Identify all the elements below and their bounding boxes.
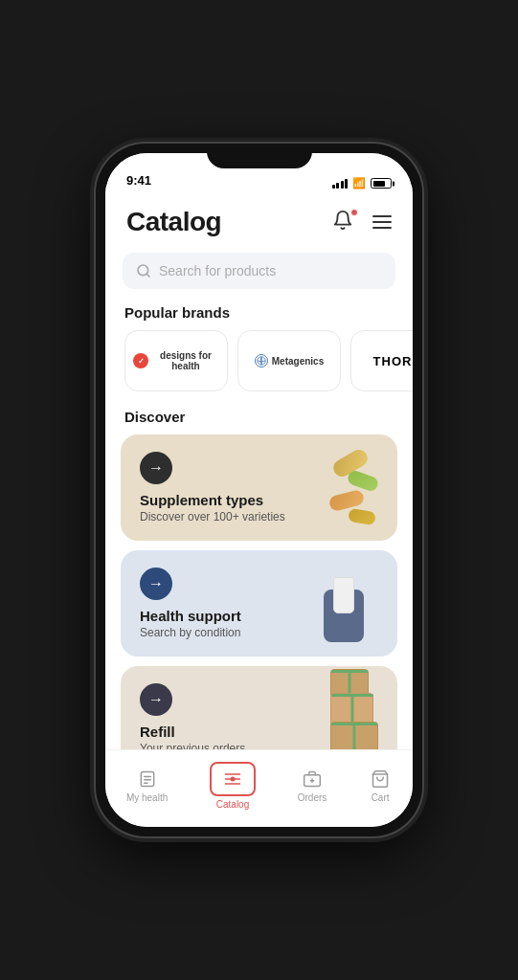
- hand-bottle-illustration: [306, 566, 373, 642]
- box-bottom: [330, 722, 378, 749]
- svg-point-10: [231, 777, 236, 782]
- app-header: Catalog: [105, 195, 413, 247]
- nav-catalog-label: Catalog: [216, 799, 249, 810]
- signal-bars-icon: [332, 179, 349, 189]
- orders-icon: [301, 768, 324, 790]
- status-time: 9:41: [126, 173, 151, 189]
- nav-my-health-label: My health: [126, 792, 168, 803]
- notification-dot: [350, 209, 358, 216]
- cart-icon: [369, 768, 392, 790]
- supplement-types-arrow-button[interactable]: →: [140, 452, 172, 484]
- discover-label: Discover: [105, 409, 413, 425]
- search-placeholder: Search for products: [159, 263, 276, 278]
- nav-item-my-health[interactable]: My health: [119, 767, 175, 805]
- health-support-image: [282, 550, 397, 657]
- menu-button[interactable]: [372, 215, 392, 229]
- popular-brands-section: Popular brands ✓ designs for health: [105, 304, 413, 391]
- bottom-nav: My health Catalog: [105, 749, 413, 827]
- hamburger-line: [372, 227, 392, 229]
- pill-2: [346, 468, 379, 492]
- svg-rect-3: [141, 772, 153, 787]
- nav-item-orders[interactable]: Orders: [290, 767, 335, 805]
- status-icons: 📶: [332, 177, 393, 189]
- nav-orders-label: Orders: [298, 792, 327, 803]
- header-icons: [332, 210, 392, 234]
- brands-scroll: ✓ designs for health: [105, 330, 413, 391]
- brand-metagenics-logo: Metagenics: [255, 354, 324, 368]
- brand-dfh-logo: ✓ designs for health: [133, 350, 219, 371]
- boxes-illustration: [297, 679, 383, 749]
- pills-illustration: [297, 445, 383, 531]
- supplement-types-card[interactable]: → Supplement types Discover over 100+ va…: [121, 434, 397, 541]
- refill-card[interactable]: → Refill Your previous orders: [121, 666, 397, 749]
- dfh-circle-icon: ✓: [133, 353, 148, 368]
- brand-card-thorne[interactable]: THORNE: [350, 330, 413, 391]
- hamburger-line: [372, 221, 392, 223]
- discover-section: Discover → Supplement types Discover ove…: [105, 409, 413, 749]
- brand-dfh-text: designs for health: [152, 350, 219, 371]
- arrow-right-icon: →: [148, 575, 164, 592]
- page-title: Catalog: [126, 207, 221, 237]
- health-support-card[interactable]: → Health support Search by condition: [121, 550, 397, 657]
- health-support-arrow-button[interactable]: →: [140, 568, 172, 600]
- phone-frame: 9:41 📶 Catalog: [96, 144, 422, 836]
- hamburger-line: [372, 215, 392, 217]
- popular-brands-label: Popular brands: [105, 304, 413, 321]
- pill-4: [348, 507, 376, 525]
- my-health-icon: [136, 768, 159, 790]
- pill-3: [328, 488, 366, 512]
- catalog-active-border: [210, 762, 256, 796]
- supplement-types-image: [282, 434, 397, 541]
- search-bar[interactable]: Search for products: [123, 253, 395, 289]
- catalog-icon: [221, 768, 244, 790]
- nav-cart-label: Cart: [372, 792, 390, 803]
- brand-metagenics-text: Metagenics: [272, 356, 324, 367]
- notch: [207, 144, 312, 168]
- phone-screen: 9:41 📶 Catalog: [105, 153, 413, 827]
- notification-bell-button[interactable]: [332, 210, 357, 234]
- svg-line-1: [146, 274, 149, 277]
- arrow-right-icon: →: [148, 691, 164, 708]
- meta-globe-icon: [255, 354, 268, 368]
- refill-image: [282, 666, 397, 749]
- screen-content: Catalog: [105, 195, 413, 749]
- search-icon: [136, 263, 151, 278]
- nav-item-cart[interactable]: Cart: [361, 767, 399, 805]
- brand-thorne-text: THORNE: [373, 354, 413, 368]
- refill-arrow-button[interactable]: →: [140, 683, 172, 716]
- brand-card-dfh[interactable]: ✓ designs for health: [124, 330, 228, 391]
- hand-bottle: [333, 577, 354, 613]
- nav-item-catalog[interactable]: Catalog: [202, 760, 263, 812]
- battery-icon: [371, 178, 392, 189]
- brand-card-metagenics[interactable]: Metagenics: [237, 330, 341, 391]
- wifi-icon: 📶: [352, 177, 366, 189]
- arrow-right-icon: →: [148, 459, 164, 477]
